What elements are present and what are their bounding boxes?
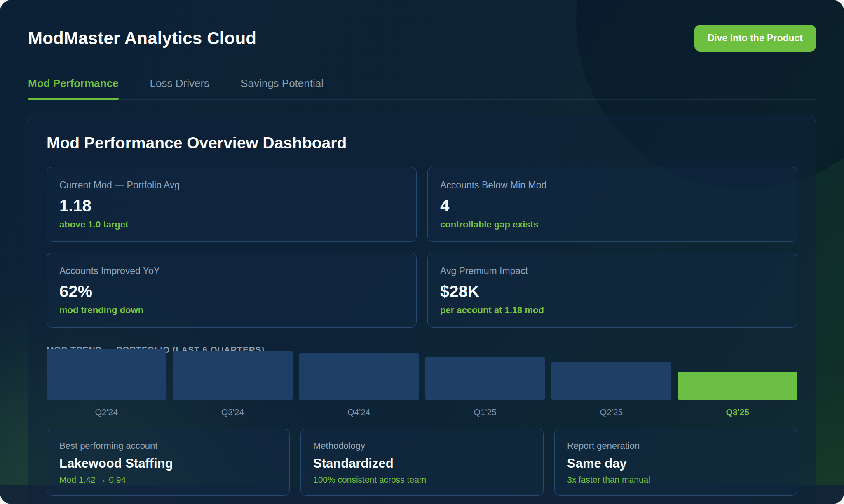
bar-label: Q3'25 <box>678 407 797 417</box>
bar-label: Q2'24 <box>47 407 166 417</box>
bar-label: Q2'25 <box>551 407 671 417</box>
chart-column: Q1'25 <box>425 349 545 417</box>
stat-label: Avg Premium Impact <box>440 265 785 277</box>
bar-label: Q3'24 <box>173 407 292 417</box>
foot-card-report-generation: Report generation Same day 3x faster tha… <box>554 429 797 496</box>
bar <box>425 357 545 400</box>
stat-value: $28K <box>440 282 785 301</box>
bar-zone <box>678 349 797 400</box>
chart-column: Q2'25 <box>551 349 671 417</box>
header: ModMaster Analytics Cloud Dive Into the … <box>28 25 816 52</box>
dashboard-panel: Mod Performance Overview Dashboard Curre… <box>28 115 816 504</box>
stat-label: Current Mod — Portfolio Avg <box>59 180 404 191</box>
panel-title: Mod Performance Overview Dashboard <box>47 134 797 152</box>
stat-card-accounts-improved: Accounts Improved YoY 62% mod trending d… <box>47 253 417 328</box>
stat-note: above 1.0 target <box>59 219 404 230</box>
chart-column: Q3'24 <box>173 349 292 417</box>
bar <box>47 349 166 400</box>
tab-mod-performance[interactable]: Mod Performance <box>28 77 119 99</box>
app-window: ModMaster Analytics Cloud Dive Into the … <box>0 0 844 504</box>
bar-zone <box>551 349 671 400</box>
stat-label: Accounts Below Min Mod <box>440 180 785 191</box>
mod-trend-chart: MOD TREND — PORTFOLIO (LAST 6 QUARTERS) … <box>47 345 797 417</box>
foot-value: Standardized <box>313 456 531 471</box>
stat-value: 1.18 <box>59 197 404 215</box>
bar <box>551 362 671 400</box>
bar <box>173 351 292 400</box>
tab-loss-drivers[interactable]: Loss Drivers <box>150 77 209 99</box>
stat-label: Accounts Improved YoY <box>59 265 404 277</box>
tab-savings-potential[interactable]: Savings Potential <box>241 77 324 99</box>
foot-value: Lakewood Staffing <box>59 456 277 471</box>
stat-value: 4 <box>440 197 785 215</box>
foot-value: Same day <box>567 456 785 471</box>
chart-column: Q3'25 <box>678 349 797 417</box>
stat-note: controllable gap exists <box>440 219 785 230</box>
stat-card-premium-impact: Avg Premium Impact $28K per account at 1… <box>427 253 797 328</box>
bar-zone <box>173 349 292 400</box>
foot-note: Mod 1.42 → 0.94 <box>59 475 277 485</box>
bar-zone <box>299 349 419 400</box>
chart-column: Q4'24 <box>299 349 419 417</box>
foot-card-methodology: Methodology Standardized 100% consistent… <box>300 429 544 496</box>
stat-card-accounts-below-min: Accounts Below Min Mod 4 controllable ga… <box>427 167 797 242</box>
stat-card-current-mod: Current Mod — Portfolio Avg 1.18 above 1… <box>47 167 417 242</box>
bar <box>299 353 419 400</box>
bar-zone <box>425 349 545 400</box>
stats-grid: Current Mod — Portfolio Avg 1.18 above 1… <box>47 167 797 328</box>
stat-note: mod trending down <box>59 305 404 316</box>
chart-column: Q2'24 <box>47 349 166 417</box>
foot-note: 3x faster than manual <box>567 475 785 485</box>
bar <box>678 372 797 400</box>
foot-label: Methodology <box>313 441 531 451</box>
page-content: ModMaster Analytics Cloud Dive Into the … <box>0 0 844 504</box>
bar-zone <box>47 349 166 400</box>
foot-label: Best performing account <box>59 441 277 451</box>
stat-note: per account at 1.18 mod <box>440 305 785 316</box>
bar-label: Q1'25 <box>425 407 545 417</box>
foot-card-best-account: Best performing account Lakewood Staffin… <box>47 429 290 496</box>
foot-note: 100% consistent across team <box>313 475 531 485</box>
dive-into-product-button[interactable]: Dive Into the Product <box>694 25 816 52</box>
bar-chart-bars: Q2'24Q3'24Q4'24Q1'25Q2'25Q3'25 <box>47 349 797 417</box>
app-title: ModMaster Analytics Cloud <box>28 28 256 48</box>
bar-label: Q4'24 <box>299 407 419 417</box>
tab-bar: Mod Performance Loss Drivers Savings Pot… <box>28 77 816 100</box>
footnotes-grid: Best performing account Lakewood Staffin… <box>47 429 797 496</box>
stat-value: 62% <box>59 282 404 301</box>
foot-label: Report generation <box>567 441 785 451</box>
